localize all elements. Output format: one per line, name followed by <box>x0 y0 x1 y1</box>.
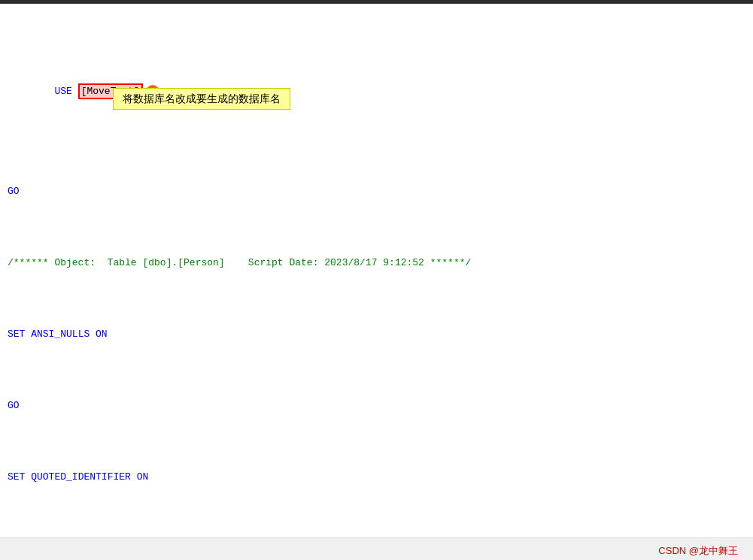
tooltip: 将数据库名改成要生成的数据库名 <box>113 88 290 110</box>
line-4: SET ANSI_NULLS ON <box>0 327 753 341</box>
line-2: GO <box>0 184 753 198</box>
line-6: SET QUOTED_IDENTIFIER ON <box>0 470 753 484</box>
line-1: USE [MoveTest]1 将数据库名改成要生成的数据库名 <box>0 70 753 127</box>
footer-bar: CSDN @龙中舞王 <box>0 537 753 560</box>
line-3: /****** Object: Table [dbo].[Person] Scr… <box>0 256 753 270</box>
code-content: USE [MoveTest]1 将数据库名改成要生成的数据库名 GO /****… <box>0 10 753 537</box>
line-5: GO <box>0 398 753 413</box>
footer-logo: CSDN @龙中舞王 <box>658 544 738 558</box>
code-editor: USE [MoveTest]1 将数据库名改成要生成的数据库名 GO /****… <box>0 4 753 537</box>
